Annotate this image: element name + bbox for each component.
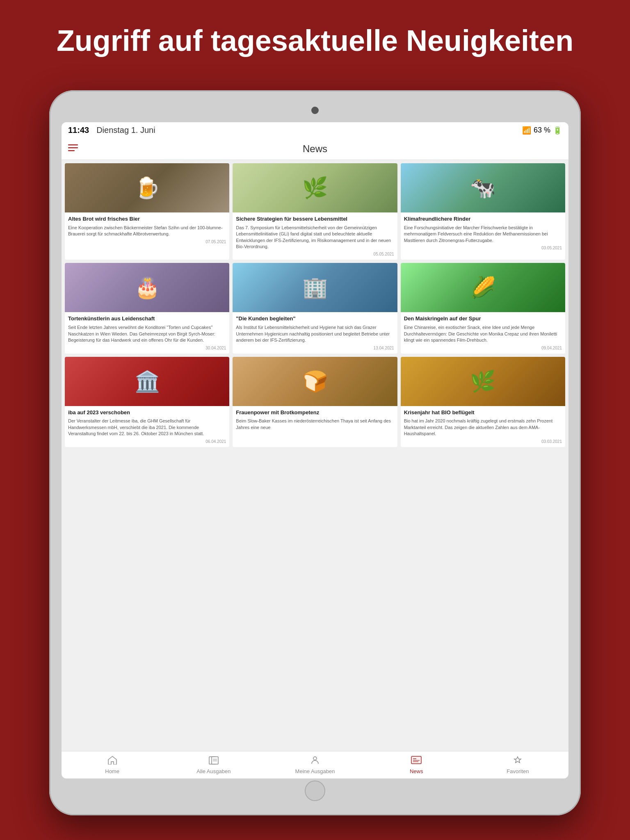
news-card-card-7[interactable]: 🏛️ iba auf 2023 verschoben Der Veranstal… [65,357,229,447]
news-card-excerpt: Das 7. Symposium für Lebensmittelsicherh… [236,225,394,250]
news-card-title: Frauenpower mit Brotkompetenz [236,409,394,416]
hero-title: Zugriff auf tagesaktuelle Neuigkeiten [0,0,630,73]
news-card-title: Tortenkünstlerin aus Leidenschaft [68,315,226,322]
news-card-title: iba auf 2023 verschoben [68,409,226,416]
news-card-title: Den Maiskringeln auf der Spur [404,315,562,322]
news-card-image: 🌽 [401,263,565,312]
news-card-date: 05.05.2021 [236,252,394,256]
news-card-image: 🐄 [401,163,565,212]
news-card-body: Tortenkünstlerin aus Leidenschaft Seit E… [65,312,229,353]
news-card-excerpt: Seit Ende letzten Jahres verwöhnt die Ko… [68,324,226,343]
news-card-card-2[interactable]: 🌿 Sichere Strategien für bessere Lebensm… [233,163,397,260]
tab-alle-ausgaben[interactable]: Alle Ausgaben [163,751,264,778]
news-card-excerpt: Als Institut für Lebensmittelsicherheit … [236,324,394,343]
favoriten-icon [512,756,523,767]
tab-meine-ausgaben[interactable]: Meine Ausgaben [264,751,365,778]
favoriten-label: Favoriten [507,768,529,774]
news-grid: 🍺 Altes Brot wird frisches Bier Eine Koo… [62,160,568,751]
news-card-image: 🌿 [401,357,565,406]
tablet-screen: 11:43 Dienstag 1. Juni 📶 63 % 🔋 News [62,122,568,778]
news-card-card-1[interactable]: 🍺 Altes Brot wird frisches Bier Eine Koo… [65,163,229,260]
news-card-body: Altes Brot wird frisches Bier Eine Koope… [65,212,229,260]
news-card-body: "Die Kunden begleiten" Als Institut für … [233,312,397,353]
home-icon [107,756,117,767]
news-card-title: Klimafreundlichere Rinder [404,216,562,223]
battery-indicator: 63 % [534,126,550,135]
news-card-image: 🍞 [233,357,397,406]
alle-ausgaben-icon [208,756,219,767]
news-card-body: Krisenjahr hat BIO beflügelt Bio hat im … [401,406,565,447]
wifi-icon: 📶 [522,126,531,135]
news-card-body: Frauenpower mit Brotkompetenz Beim Slow-… [233,406,397,447]
status-time: 11:43 [68,126,89,135]
news-card-date: 06.04.2021 [68,439,226,444]
news-card-title: "Die Kunden begleiten" [236,315,394,322]
tab-bar: Home Alle Ausgaben Meine Ausgaben News F… [62,751,568,778]
hamburger-menu[interactable] [68,144,78,153]
news-card-image: 🌿 [233,163,397,212]
news-card-card-4[interactable]: 🎂 Tortenkünstlerin aus Leidenschaft Seit… [65,263,229,353]
news-card-date: 09.04.2021 [404,346,562,350]
home-button-area [305,778,325,803]
news-card-date: 13.04.2021 [236,346,394,350]
news-card-title: Altes Brot wird frisches Bier [68,216,226,223]
news-card-card-3[interactable]: 🐄 Klimafreundlichere Rinder Eine Forschu… [401,163,565,260]
svg-rect-2 [68,150,75,151]
home-label: Home [105,768,119,774]
status-bar: 11:43 Dienstag 1. Juni 📶 63 % 🔋 [62,122,568,138]
nav-title: News [303,143,327,155]
news-card-body: Sichere Strategien für bessere Lebensmit… [233,212,397,260]
nav-header: News [62,138,568,160]
svg-rect-4 [212,757,218,764]
news-card-body: iba auf 2023 verschoben Der Veranstalter… [65,406,229,447]
news-card-image: 🎂 [65,263,229,312]
home-button[interactable] [305,781,325,801]
status-date: Dienstag 1. Juni [96,126,155,135]
meine-ausgaben-icon [310,756,320,767]
news-card-date: 07.05.2021 [68,240,226,244]
svg-rect-0 [68,144,78,146]
news-card-image: 🍺 [65,163,229,212]
news-card-excerpt: Eine Chinareise, ein exotischer Snack, e… [404,324,562,343]
news-card-excerpt: Bio hat im Jahr 2020 nochmals kräftig zu… [404,418,562,437]
news-card-excerpt: Eine Kooperation zwischen Bäckermeister … [68,225,226,237]
news-label: News [410,768,423,774]
tablet-camera [311,107,319,114]
news-card-title: Sichere Strategien für bessere Lebensmit… [236,216,394,223]
tab-favoriten[interactable]: Favoriten [467,751,568,778]
svg-point-7 [313,757,317,760]
news-card-title: Krisenjahr hat BIO beflügelt [404,409,562,416]
news-card-card-8[interactable]: 🍞 Frauenpower mit Brotkompetenz Beim Slo… [233,357,397,447]
news-card-excerpt: Eine Forschungsinitiative der Marcher Fl… [404,225,562,244]
svg-rect-8 [411,756,421,764]
news-card-date: 30.04.2021 [68,346,226,350]
news-card-body: Klimafreundlichere Rinder Eine Forschung… [401,212,565,260]
news-card-body: Den Maiskringeln auf der Spur Eine China… [401,312,565,353]
tablet-frame: 11:43 Dienstag 1. Juni 📶 63 % 🔋 News [49,90,581,815]
news-card-date: 03.05.2021 [404,246,562,250]
tab-news[interactable]: News [366,751,467,778]
meine-ausgaben-label: Meine Ausgaben [295,768,335,774]
news-icon [411,756,422,767]
news-card-card-5[interactable]: 🏢 "Die Kunden begleiten" Als Institut fü… [233,263,397,353]
news-card-card-9[interactable]: 🌿 Krisenjahr hat BIO beflügelt Bio hat i… [401,357,565,447]
tab-home[interactable]: Home [62,751,163,778]
battery-icon: 🔋 [553,126,562,135]
news-card-card-6[interactable]: 🌽 Den Maiskringeln auf der Spur Eine Chi… [401,263,565,353]
news-card-image: 🏛️ [65,357,229,406]
news-card-date: 03.03.2021 [404,439,562,444]
news-card-image: 🏢 [233,263,397,312]
alle-ausgaben-label: Alle Ausgaben [196,768,231,774]
status-icons: 📶 63 % 🔋 [522,126,562,135]
news-card-excerpt: Der Veranstalter der Leitmesse iba, die … [68,418,226,437]
news-card-excerpt: Beim Slow-Baker Kasses im niederösterrei… [236,418,394,431]
svg-rect-1 [68,147,78,148]
